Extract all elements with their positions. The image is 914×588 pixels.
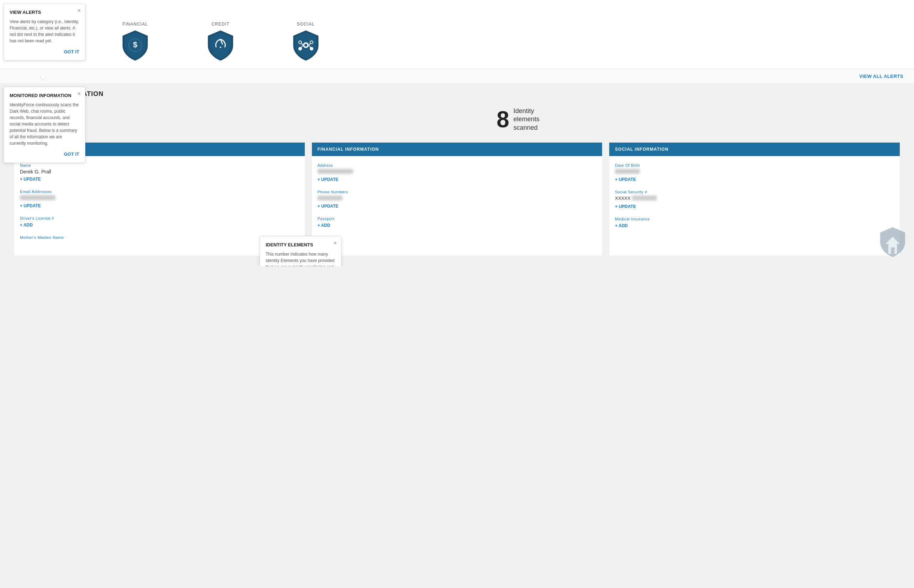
scan-count: 8	[497, 108, 509, 131]
alerts-section: ALERTS × VIEW ALERTS View alerts by cate…	[0, 0, 914, 83]
alerts-popover-close[interactable]: ×	[78, 8, 81, 14]
scan-summary: 8 Identity elementsscanned	[11, 103, 903, 139]
phone-value-blurred	[317, 195, 343, 200]
name-update-link[interactable]: + UPDATE	[20, 177, 41, 182]
alerts-got-it-button[interactable]: GOT IT	[10, 49, 79, 54]
svg-point-3	[220, 47, 221, 48]
financial-shield-icon[interactable]: $	[121, 29, 149, 61]
identity-popover-body: This number indicates how many Identity …	[266, 251, 335, 266]
svg-point-14	[299, 41, 301, 44]
drivers-license-add-link[interactable]: + ADD	[20, 223, 33, 228]
social-col-content: Date of Birth + UPDATE Social Security #…	[609, 156, 900, 255]
address-label: Address	[317, 163, 597, 168]
home-shield-icon	[878, 226, 907, 259]
passport-field: Passport + ADD	[317, 216, 597, 228]
monitored-title: MONITORED INFORMATION	[11, 90, 903, 98]
alerts-icons-row: FINANCIAL $ CREDIT	[11, 18, 903, 69]
financial-info-column: FINANCIAL INFORMATION Address + UPDATE P…	[308, 142, 606, 255]
medical-insurance-label: Medical Insurance	[615, 217, 894, 221]
svg-point-13	[304, 44, 307, 47]
social-label: SOCIAL	[297, 22, 315, 27]
ssn-partial-value: XXXXX	[615, 195, 894, 202]
email-label: Email Addresses	[20, 189, 299, 194]
monitored-popover: × MONITORED INFORMATION IdentityForce co…	[3, 87, 85, 163]
info-columns: IDENTITY INFORMATION Name Derek G. Prall…	[11, 142, 903, 255]
dob-label: Date of Birth	[615, 163, 894, 168]
email-field: Email Addresses + UPDATE	[20, 189, 299, 208]
medical-insurance-add-link[interactable]: + ADD	[615, 223, 628, 228]
phone-field: Phone Numbers + UPDATE	[317, 190, 597, 209]
ssn-update-link[interactable]: + UPDATE	[615, 204, 636, 209]
medical-insurance-field: Medical Insurance + ADD	[615, 217, 894, 228]
view-alerts-popover: × VIEW ALERTS View alerts by category (i…	[3, 3, 85, 60]
drivers-license-field: Driver's License # + ADD	[20, 216, 299, 228]
alerts-popover-body: View alerts by category (i.e., Identity,…	[10, 18, 79, 44]
credit-label: CREDIT	[212, 22, 230, 27]
identity-popover-title: IDENTITY ELEMENTS	[266, 242, 335, 247]
maiden-name-label: Mother's Maiden Name	[20, 235, 299, 240]
monitored-section: MONITORED INFORMATION × MONITORED INFORM…	[0, 83, 914, 266]
monitored-got-it-button[interactable]: GOT IT	[10, 152, 79, 157]
ssn-field: Social Security # XXXXX + UPDATE	[615, 190, 894, 209]
passport-add-link[interactable]: + ADD	[317, 223, 330, 228]
social-info-column: SOCIAL INFORMATION Date of Birth + UPDAT…	[606, 142, 903, 255]
address-field: Address + UPDATE	[317, 163, 597, 182]
maiden-name-field: Mother's Maiden Name	[20, 235, 299, 240]
phone-label: Phone Numbers	[317, 190, 597, 194]
monitored-popover-close[interactable]: ×	[78, 90, 81, 97]
email-value-blurred	[20, 195, 55, 200]
scan-label: Identity elementsscanned	[514, 107, 560, 132]
monitored-popover-title: MONITORED INFORMATION	[10, 93, 79, 98]
view-all-alerts-bar: VIEW ALL ALERTS	[0, 69, 914, 83]
alerts-title: ALERTS	[11, 7, 903, 15]
view-all-alerts-link[interactable]: VIEW ALL ALERTS	[859, 74, 903, 79]
financial-label: FINANCIAL	[122, 22, 148, 27]
passport-label: Passport	[317, 216, 597, 221]
social-shield-icon[interactable]	[292, 29, 320, 61]
social-col-header: SOCIAL INFORMATION	[609, 142, 900, 156]
svg-point-19	[894, 247, 895, 249]
social-alert-group: SOCIAL	[270, 22, 341, 61]
svg-text:$: $	[133, 40, 137, 49]
address-update-link[interactable]: + UPDATE	[317, 177, 338, 182]
ssn-label: Social Security #	[615, 190, 894, 194]
alerts-popover-title: VIEW ALERTS	[10, 10, 79, 15]
name-field: Name Derek G. Prall + UPDATE	[20, 163, 299, 182]
svg-point-15	[311, 41, 312, 44]
credit-alert-group: CREDIT	[185, 22, 256, 61]
financial-col-header: FINANCIAL INFORMATION	[312, 142, 602, 156]
popover-arrow	[40, 76, 47, 81]
financial-alert-group: FINANCIAL $	[100, 22, 171, 61]
monitored-popover-body: IdentityForce continuously scans the Dar…	[10, 102, 79, 147]
address-value-blurred	[317, 169, 353, 174]
drivers-license-label: Driver's License #	[20, 216, 299, 220]
dob-field: Date of Birth + UPDATE	[615, 163, 894, 182]
identity-elements-popover: × IDENTITY ELEMENTS This number indicate…	[260, 236, 341, 266]
email-update-link[interactable]: + UPDATE	[20, 204, 41, 208]
identity-popover-close[interactable]: ×	[333, 240, 337, 246]
credit-shield-icon[interactable]	[206, 29, 235, 61]
dob-update-link[interactable]: + UPDATE	[615, 177, 636, 182]
financial-col-content: Address + UPDATE Phone Numbers + UPDATE …	[312, 156, 602, 255]
dob-value-blurred	[615, 169, 640, 174]
name-value: Derek G. Prall	[20, 169, 299, 174]
phone-update-link[interactable]: + UPDATE	[317, 204, 338, 209]
name-label: Name	[20, 163, 299, 168]
